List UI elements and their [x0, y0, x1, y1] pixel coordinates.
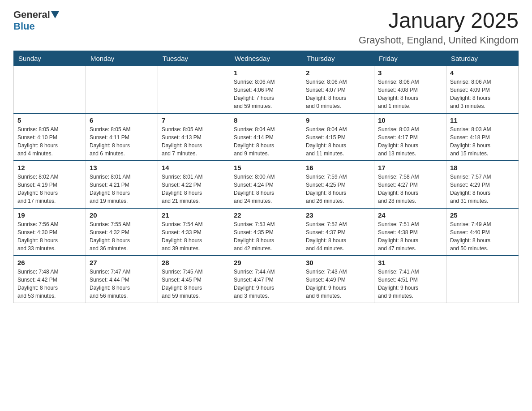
calendar-week-row: 26Sunrise: 7:48 AM Sunset: 4:42 PM Dayli… — [14, 256, 519, 303]
calendar-cell: 9Sunrise: 8:04 AM Sunset: 4:15 PM Daylig… — [302, 113, 374, 161]
calendar-title: January 2025 — [359, 9, 519, 33]
calendar-week-row: 12Sunrise: 8:02 AM Sunset: 4:19 PM Dayli… — [14, 161, 519, 208]
day-info: Sunrise: 8:05 AM Sunset: 4:11 PM Dayligh… — [90, 125, 154, 158]
calendar-cell: 1Sunrise: 8:06 AM Sunset: 4:06 PM Daylig… — [230, 66, 302, 113]
calendar-header-row: Sunday Monday Tuesday Wednesday Thursday… — [14, 51, 519, 66]
day-number: 15 — [234, 164, 298, 171]
day-number: 5 — [17, 116, 82, 124]
day-number: 1 — [234, 69, 298, 77]
calendar-cell: 10Sunrise: 8:03 AM Sunset: 4:17 PM Dayli… — [374, 113, 446, 161]
day-info: Sunrise: 7:51 AM Sunset: 4:38 PM Dayligh… — [378, 220, 442, 253]
logo: General Blue — [13, 9, 59, 32]
day-info: Sunrise: 7:45 AM Sunset: 4:45 PM Dayligh… — [162, 268, 226, 300]
calendar-cell: 7Sunrise: 8:05 AM Sunset: 4:13 PM Daylig… — [158, 113, 230, 161]
calendar-cell: 13Sunrise: 8:01 AM Sunset: 4:21 PM Dayli… — [86, 161, 158, 208]
calendar-cell — [446, 256, 519, 303]
day-number: 29 — [234, 259, 298, 266]
calendar-cell — [86, 66, 158, 113]
day-info: Sunrise: 7:49 AM Sunset: 4:40 PM Dayligh… — [450, 220, 515, 253]
day-number: 28 — [162, 259, 226, 266]
calendar-cell: 2Sunrise: 8:06 AM Sunset: 4:07 PM Daylig… — [302, 66, 374, 113]
day-number: 13 — [90, 164, 154, 171]
calendar-cell: 12Sunrise: 8:02 AM Sunset: 4:19 PM Dayli… — [14, 161, 86, 208]
day-info: Sunrise: 8:03 AM Sunset: 4:17 PM Dayligh… — [378, 125, 442, 158]
day-info: Sunrise: 8:02 AM Sunset: 4:19 PM Dayligh… — [17, 173, 82, 205]
day-number: 31 — [378, 259, 442, 266]
calendar-cell — [158, 66, 230, 113]
day-info: Sunrise: 7:55 AM Sunset: 4:32 PM Dayligh… — [90, 220, 154, 253]
calendar-cell: 25Sunrise: 7:49 AM Sunset: 4:40 PM Dayli… — [446, 208, 519, 256]
day-number: 3 — [378, 69, 442, 77]
day-info: Sunrise: 8:05 AM Sunset: 4:13 PM Dayligh… — [162, 125, 226, 158]
day-number: 9 — [306, 116, 370, 124]
day-number: 18 — [450, 164, 515, 171]
calendar-cell: 6Sunrise: 8:05 AM Sunset: 4:11 PM Daylig… — [86, 113, 158, 161]
logo-arrow-icon — [51, 11, 59, 18]
day-number: 12 — [17, 164, 82, 171]
day-info: Sunrise: 8:01 AM Sunset: 4:22 PM Dayligh… — [162, 173, 226, 205]
calendar-cell: 16Sunrise: 7:59 AM Sunset: 4:25 PM Dayli… — [302, 161, 374, 208]
logo-general-text: General — [13, 9, 50, 21]
day-number: 19 — [17, 211, 82, 219]
day-number: 8 — [234, 116, 298, 124]
day-number: 6 — [90, 116, 154, 124]
calendar-week-row: 5Sunrise: 8:05 AM Sunset: 4:10 PM Daylig… — [14, 113, 519, 161]
day-number: 7 — [162, 116, 226, 124]
calendar-week-row: 19Sunrise: 7:56 AM Sunset: 4:30 PM Dayli… — [14, 208, 519, 256]
calendar-cell: 4Sunrise: 8:06 AM Sunset: 4:09 PM Daylig… — [446, 66, 519, 113]
day-number: 16 — [306, 164, 370, 171]
day-info: Sunrise: 7:59 AM Sunset: 4:25 PM Dayligh… — [306, 173, 370, 205]
day-info: Sunrise: 8:03 AM Sunset: 4:18 PM Dayligh… — [450, 125, 515, 158]
day-info: Sunrise: 7:44 AM Sunset: 4:47 PM Dayligh… — [234, 268, 298, 300]
day-number: 21 — [162, 211, 226, 219]
day-info: Sunrise: 7:41 AM Sunset: 4:51 PM Dayligh… — [378, 268, 442, 300]
col-header-friday: Friday — [374, 51, 446, 66]
calendar-cell: 19Sunrise: 7:56 AM Sunset: 4:30 PM Dayli… — [14, 208, 86, 256]
calendar-cell: 24Sunrise: 7:51 AM Sunset: 4:38 PM Dayli… — [374, 208, 446, 256]
day-info: Sunrise: 7:47 AM Sunset: 4:44 PM Dayligh… — [90, 268, 154, 300]
day-info: Sunrise: 7:54 AM Sunset: 4:33 PM Dayligh… — [162, 220, 226, 253]
calendar-cell: 20Sunrise: 7:55 AM Sunset: 4:32 PM Dayli… — [86, 208, 158, 256]
calendar-cell: 15Sunrise: 8:00 AM Sunset: 4:24 PM Dayli… — [230, 161, 302, 208]
day-info: Sunrise: 7:43 AM Sunset: 4:49 PM Dayligh… — [306, 268, 370, 300]
day-info: Sunrise: 8:00 AM Sunset: 4:24 PM Dayligh… — [234, 173, 298, 205]
calendar-cell: 14Sunrise: 8:01 AM Sunset: 4:22 PM Dayli… — [158, 161, 230, 208]
calendar-cell: 27Sunrise: 7:47 AM Sunset: 4:44 PM Dayli… — [86, 256, 158, 303]
day-number: 11 — [450, 116, 515, 124]
day-info: Sunrise: 8:06 AM Sunset: 4:06 PM Dayligh… — [234, 78, 298, 110]
calendar-cell: 22Sunrise: 7:53 AM Sunset: 4:35 PM Dayli… — [230, 208, 302, 256]
day-info: Sunrise: 7:58 AM Sunset: 4:27 PM Dayligh… — [378, 173, 442, 205]
day-info: Sunrise: 8:01 AM Sunset: 4:21 PM Dayligh… — [90, 173, 154, 205]
day-info: Sunrise: 7:53 AM Sunset: 4:35 PM Dayligh… — [234, 220, 298, 253]
col-header-wednesday: Wednesday — [230, 51, 302, 66]
svg-marker-0 — [51, 11, 59, 18]
day-number: 23 — [306, 211, 370, 219]
day-info: Sunrise: 8:06 AM Sunset: 4:07 PM Dayligh… — [306, 78, 370, 110]
calendar-cell: 23Sunrise: 7:52 AM Sunset: 4:37 PM Dayli… — [302, 208, 374, 256]
calendar-cell: 28Sunrise: 7:45 AM Sunset: 4:45 PM Dayli… — [158, 256, 230, 303]
calendar-cell: 21Sunrise: 7:54 AM Sunset: 4:33 PM Dayli… — [158, 208, 230, 256]
day-info: Sunrise: 7:52 AM Sunset: 4:37 PM Dayligh… — [306, 220, 370, 253]
day-info: Sunrise: 8:06 AM Sunset: 4:08 PM Dayligh… — [378, 78, 442, 110]
day-number: 20 — [90, 211, 154, 219]
logo-blue-text: Blue — [13, 21, 35, 32]
calendar-cell: 29Sunrise: 7:44 AM Sunset: 4:47 PM Dayli… — [230, 256, 302, 303]
day-info: Sunrise: 7:57 AM Sunset: 4:29 PM Dayligh… — [450, 173, 515, 205]
day-number: 10 — [378, 116, 442, 124]
calendar-cell: 3Sunrise: 8:06 AM Sunset: 4:08 PM Daylig… — [374, 66, 446, 113]
day-number: 4 — [450, 69, 515, 77]
calendar-cell: 30Sunrise: 7:43 AM Sunset: 4:49 PM Dayli… — [302, 256, 374, 303]
col-header-sunday: Sunday — [14, 51, 86, 66]
day-number: 14 — [162, 164, 226, 171]
day-info: Sunrise: 7:48 AM Sunset: 4:42 PM Dayligh… — [17, 268, 82, 300]
calendar-cell: 17Sunrise: 7:58 AM Sunset: 4:27 PM Dayli… — [374, 161, 446, 208]
title-area: January 2025 Grayshott, England, United … — [359, 9, 519, 46]
day-info: Sunrise: 8:06 AM Sunset: 4:09 PM Dayligh… — [450, 78, 515, 110]
page-header: General Blue January 2025 Grayshott, Eng… — [13, 9, 519, 46]
calendar-cell — [14, 66, 86, 113]
day-number: 22 — [234, 211, 298, 219]
day-number: 27 — [90, 259, 154, 266]
day-info: Sunrise: 8:04 AM Sunset: 4:14 PM Dayligh… — [234, 125, 298, 158]
col-header-monday: Monday — [86, 51, 158, 66]
day-info: Sunrise: 8:05 AM Sunset: 4:10 PM Dayligh… — [17, 125, 82, 158]
